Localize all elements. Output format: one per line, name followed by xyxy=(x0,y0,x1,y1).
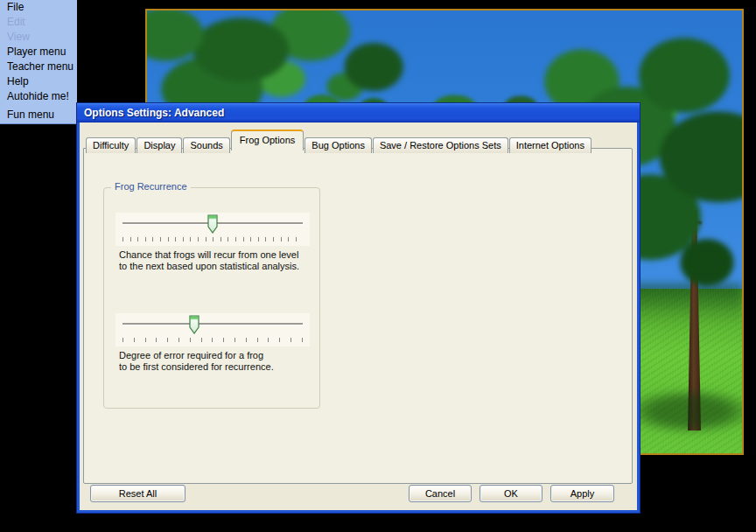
tab-display[interactable]: Display xyxy=(136,137,182,153)
menu-item-teacher-menu[interactable]: Teacher menu xyxy=(0,60,77,74)
slider-track-area[interactable] xyxy=(122,313,303,346)
frog-options-page: Frog Recurrence xyxy=(83,148,633,484)
tab-bug-options[interactable]: Bug Options xyxy=(304,137,372,153)
slider-thumb-icon xyxy=(189,315,200,334)
apply-button[interactable]: Apply xyxy=(550,485,614,502)
menu-item-file[interactable]: File xyxy=(0,0,77,15)
slider-thumb[interactable] xyxy=(207,214,218,234)
menu-item-fun-menu[interactable]: Fun menu xyxy=(0,108,77,122)
recurrence-chance-slider xyxy=(116,213,310,246)
dialog-title: Options Settings: Advanced xyxy=(84,107,224,119)
tab-internet-options[interactable]: Internet Options xyxy=(509,137,592,153)
reset-all-button[interactable]: Reset All xyxy=(90,485,186,502)
recurrence-error-description: Degree of error required for a frog to b… xyxy=(119,350,316,373)
frog-recurrence-group: Frog Recurrence xyxy=(103,187,320,409)
slider-thumb-icon xyxy=(207,214,218,234)
options-dialog: Options Settings: Advanced DifficultyDis… xyxy=(77,103,640,513)
cancel-button[interactable]: Cancel xyxy=(409,485,472,502)
recurrence-chance-description: Chance that frogs will recur from one le… xyxy=(119,249,316,272)
menu-panel: File Edit View Player menu Teacher menu … xyxy=(0,0,77,124)
recurrence-error-slider xyxy=(116,313,310,346)
tab-save-restore[interactable]: Save / Restore Options Sets xyxy=(373,137,508,153)
slider-track-area[interactable] xyxy=(122,213,303,246)
dialog-titlebar[interactable]: Options Settings: Advanced xyxy=(77,103,640,122)
menu-item-help[interactable]: Help xyxy=(0,74,77,89)
menu-item-player-menu[interactable]: Player menu xyxy=(0,45,77,60)
tab-difficulty[interactable]: Difficulty xyxy=(86,137,136,153)
slider-track[interactable] xyxy=(122,323,303,326)
tree-shadow xyxy=(624,388,744,434)
slider-ticks xyxy=(122,237,303,242)
tab-sounds[interactable]: Sounds xyxy=(183,137,229,153)
menu-item-edit: Edit xyxy=(0,15,77,30)
tab-strip: DifficultyDisplaySoundsFrog OptionsBug O… xyxy=(86,130,592,149)
tab-frog-options[interactable]: Frog Options xyxy=(231,130,304,150)
slider-thumb[interactable] xyxy=(189,315,200,334)
ok-button[interactable]: OK xyxy=(480,485,542,502)
menu-item-autohide[interactable]: Autohide me! xyxy=(0,89,77,104)
slider-ticks xyxy=(122,338,303,342)
menu-item-view: View xyxy=(0,30,77,45)
group-title: Frog Recurrence xyxy=(111,181,191,192)
